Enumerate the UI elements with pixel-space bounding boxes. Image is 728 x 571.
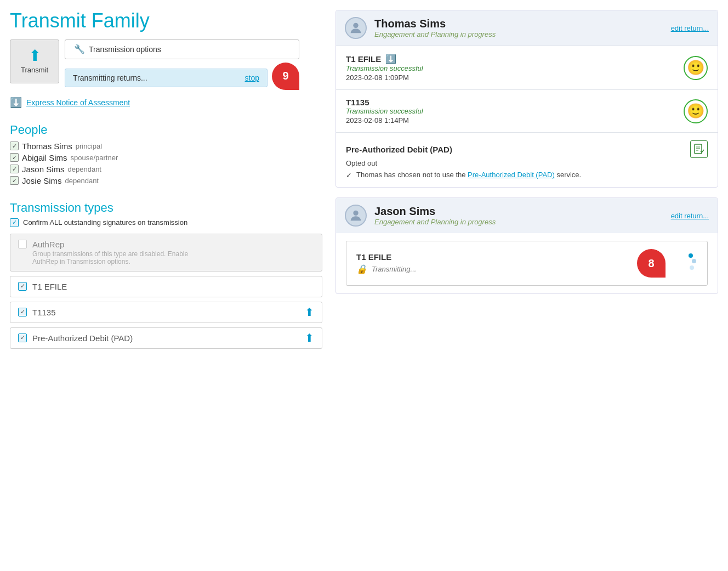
thomas-edit-return-link[interactable]: edit return... [671, 24, 709, 32]
person-header-thomas: Thomas Sims Engagement and Planning in p… [336, 10, 718, 46]
t1efile-content: T1 EFILE [32, 282, 67, 291]
transmission-options-button[interactable]: 🔧 Transmission options [65, 39, 299, 59]
list-item: Thomas Sims principal [10, 140, 322, 152]
download-icon: ⬇️ [10, 97, 22, 109]
list-item: Jason Sims dependant [10, 163, 322, 175]
checkbox-t1135[interactable] [18, 308, 27, 316]
thomas-pad-title: Pre-Authorized Debit (PAD) [346, 140, 708, 158]
svg-point-2 [353, 211, 358, 216]
person-role: principal [76, 142, 102, 150]
thomas-card-body: T1 EFILE ⬇️ Transmission successful 2023… [336, 46, 718, 187]
person-card-thomas: Thomas Sims Engagement and Planning in p… [335, 10, 718, 188]
thomas-t1efile-smiley: 🙂 [684, 56, 708, 80]
person-header-jason: Jason Sims Engagement and Planning in pr… [336, 198, 718, 233]
authrep-label: AuthRep [32, 240, 188, 249]
transmitting-bar-wrapper: Transmitting returns... stop 9 [65, 63, 299, 90]
dot3 [690, 265, 694, 270]
transmission-types-title: Transmission types [10, 201, 322, 215]
person-name: Josie Sims [22, 176, 62, 185]
thomas-t1efile-content: T1 EFILE ⬇️ Transmission successful 2023… [346, 54, 678, 82]
jason-name: Jason Sims [374, 205, 663, 218]
express-notice-link[interactable]: Express Notice of Assessment [26, 98, 130, 107]
t1efile-dl-icon: ⬇️ [385, 54, 396, 64]
stop-link[interactable]: stop [245, 74, 259, 82]
toolbar: ⬆ Transmit 🔧 Transmission options Transm… [10, 39, 322, 90]
pad-label: Pre-Authorized Debit (PAD) [32, 333, 133, 343]
page-title: Transmit Family [10, 10, 322, 32]
confirm-row: ✓ Confirm ALL outstanding signatures on … [10, 218, 322, 227]
transmission-options-label: Transmission options [89, 45, 161, 54]
avatar-thomas [345, 17, 367, 39]
checkbox-authrep[interactable] [18, 240, 27, 248]
pad-content: Pre-Authorized Debit (PAD) [32, 333, 133, 343]
transmitting-bar: Transmitting returns... stop [65, 69, 268, 87]
pad-document-check-icon [693, 143, 705, 155]
people-section: People Thomas Sims principal Abigail Sim… [10, 118, 322, 192]
svg-point-0 [353, 23, 358, 28]
dot2 [692, 259, 696, 263]
person-role: spouse/partner [71, 154, 118, 162]
type-box-pad: Pre-Authorized Debit (PAD) ⬆ [10, 327, 322, 349]
jason-edit-return-link[interactable]: edit return... [671, 212, 709, 220]
checkbox-pad[interactable] [18, 333, 27, 342]
thomas-pad-opted: Opted out [346, 159, 708, 167]
options-and-bar: 🔧 Transmission options Transmitting retu… [65, 39, 299, 90]
transmit-button[interactable]: ⬆ Transmit [10, 39, 59, 83]
confirm-label: Confirm ALL outstanding signatures on tr… [23, 218, 187, 227]
jason-transmitting-label: Transmitting... [372, 265, 416, 273]
left-panel: Transmit Family ⬆ Transmit 🔧 Transmissio… [10, 10, 322, 561]
t1135-upload-icon: ⬆ [305, 306, 314, 319]
jason-t1efile-status: 🔒 Transmitting... [356, 264, 629, 274]
transmitting-label: Transmitting returns... [73, 74, 147, 82]
right-panel: Thomas Sims Engagement and Planning in p… [335, 10, 718, 561]
authrep-content: AuthRep Group transmissions of this type… [32, 240, 188, 265]
checkbox-jason[interactable] [10, 165, 19, 173]
jason-card-body: T1 EFILE 🔒 Transmitting... 8 [336, 241, 718, 286]
transmit-label: Transmit [21, 66, 48, 74]
person-name: Abigail Sims [22, 153, 67, 162]
person-role: dependant [65, 177, 99, 185]
confirm-checkbox[interactable]: ✓ [10, 218, 19, 227]
thomas-pad-section: Pre-Authorized Debit (PAD) Opted out [336, 132, 718, 187]
pad-opted-checkbox: ✓ [346, 171, 352, 179]
pad-upload-icon: ⬆ [305, 331, 314, 344]
thomas-pad-message: Thomas has chosen not to use the Pre-Aut… [356, 171, 581, 179]
person-role: dependant [68, 165, 101, 173]
lock-icon: 🔒 [356, 264, 367, 274]
pad-service-link[interactable]: Pre-Authorized Debit (PAD) [468, 171, 555, 179]
t1135-label: T1135 [32, 308, 56, 317]
thomas-t1efile-result: Transmission successful [346, 64, 678, 72]
checkbox-thomas[interactable] [10, 142, 19, 150]
thomas-pad-label: Pre-Authorized Debit (PAD) [346, 145, 452, 154]
thomas-t1135-item: T1135 Transmission successful 2023-02-08… [336, 89, 718, 132]
wrench-icon: 🔧 [74, 44, 85, 54]
authrep-sublabel: Group transmissions of this type are dis… [32, 250, 188, 265]
spinner-indicator [673, 251, 697, 275]
badge-9: 9 [272, 63, 299, 90]
dot1 [689, 253, 693, 258]
thomas-t1efile-title: T1 EFILE ⬇️ [346, 54, 678, 64]
person-silhouette-icon [348, 20, 363, 36]
type-box-t1efile: T1 EFILE [10, 276, 322, 297]
upload-icon: ⬆ [29, 48, 41, 64]
checkbox-t1efile[interactable] [18, 282, 27, 291]
type-box-authrep: AuthRep Group transmissions of this type… [10, 234, 322, 272]
thomas-status: Engagement and Planning in progress [374, 30, 663, 38]
list-item: Abigail Sims spouse/partner [10, 152, 322, 163]
checkbox-abigail[interactable] [10, 153, 19, 162]
person-name: Thomas Sims [22, 142, 72, 151]
person-card-jason: Jason Sims Engagement and Planning in pr… [335, 197, 718, 294]
badge-9-wrapper: 9 [272, 63, 299, 90]
jason-t1efile-content: T1 EFILE 🔒 Transmitting... [356, 252, 629, 274]
thomas-info: Thomas Sims Engagement and Planning in p… [374, 18, 663, 38]
thomas-t1135-time: 2023-02-08 1:14PM [346, 116, 678, 125]
thomas-t1135-smiley: 🙂 [684, 99, 708, 123]
thomas-name: Thomas Sims [374, 18, 663, 30]
badge-8: 8 [637, 249, 666, 278]
list-item: Josie Sims dependant [10, 175, 322, 186]
checkbox-josie[interactable] [10, 176, 19, 185]
type-box-t1135: T1135 ⬆ [10, 302, 322, 323]
people-list: Thomas Sims principal Abigail Sims spous… [10, 140, 322, 186]
t1efile-label: T1 EFILE [32, 282, 67, 291]
jason-status: Engagement and Planning in progress [374, 218, 663, 226]
